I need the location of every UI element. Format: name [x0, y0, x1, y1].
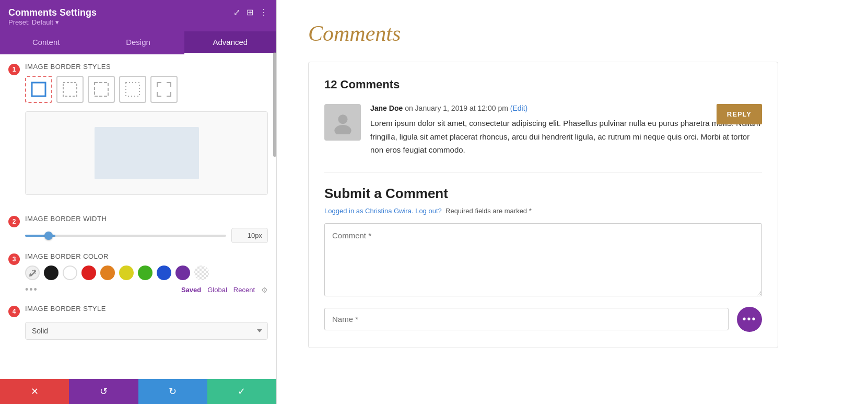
- action-bar: ✕ ↺ ↻ ✓: [0, 379, 276, 404]
- comment-date: on January 1, 2019 at 12:00 pm: [405, 104, 508, 112]
- swatch-striped[interactable]: [194, 266, 209, 280]
- logged-in-link[interactable]: Logged in as Christina Gwira. Log out?: [324, 207, 443, 215]
- border-styles-section: 1 Image Border Styles: [8, 63, 268, 205]
- panel-title: Comments Settings: [8, 7, 97, 18]
- floating-action-button[interactable]: •••: [737, 307, 762, 332]
- comment-edit-link[interactable]: (Edit): [510, 104, 527, 112]
- swatch-white[interactable]: [63, 266, 77, 280]
- svg-rect-1: [63, 83, 77, 96]
- section-number-4: 4: [8, 306, 20, 317]
- comment-item: Jane Doe on January 1, 2019 at 12:00 pm …: [324, 104, 762, 157]
- comment-author: Jane Doe: [370, 104, 403, 112]
- expand-icon[interactable]: ⤢: [233, 7, 240, 17]
- layout-icon[interactable]: ⊞: [247, 7, 253, 17]
- section-number-1: 1: [8, 64, 20, 75]
- preview-image: [95, 127, 199, 179]
- color-tab-recent[interactable]: Recent: [233, 286, 255, 294]
- redo-button[interactable]: ↻: [138, 379, 207, 404]
- name-input[interactable]: [324, 308, 729, 330]
- border-width-section: 2 Image Border Width 10px: [8, 215, 268, 243]
- submit-comment-section: Submit a Comment Logged in as Christina …: [324, 172, 762, 332]
- color-tab-global[interactable]: Global: [207, 286, 227, 294]
- color-dots: •••: [25, 284, 38, 295]
- svg-rect-2: [95, 83, 108, 96]
- border-style-dotted[interactable]: [119, 76, 146, 103]
- comment-textarea[interactable]: [324, 223, 762, 296]
- comments-count: 12 Comments: [324, 78, 762, 91]
- swatch-purple[interactable]: [175, 266, 190, 280]
- border-styles-body: Image Border Styles: [25, 63, 268, 205]
- more-icon[interactable]: ⋮: [260, 7, 268, 17]
- svg-rect-0: [32, 83, 45, 96]
- comment-avatar: [324, 104, 361, 141]
- swatch-blue[interactable]: [157, 266, 171, 280]
- scrollbar[interactable]: [273, 52, 276, 157]
- undo-button[interactable]: ↺: [69, 379, 138, 404]
- border-preview-box: [25, 111, 268, 195]
- border-style-label: Image Border Style: [25, 305, 268, 313]
- border-style-body: Image Border Style Solid Dashed Dotted D…: [25, 305, 268, 340]
- swatch-orange[interactable]: [100, 266, 115, 280]
- section-number-3: 3: [8, 253, 20, 265]
- comment-text: Lorem ipsum dolor sit amet, consectetur …: [370, 117, 762, 157]
- eyedropper-swatch[interactable]: [25, 266, 40, 280]
- swatch-green[interactable]: [138, 266, 153, 280]
- comment-name-row: •••: [324, 307, 762, 332]
- border-color-label: Image Border Color: [25, 252, 268, 260]
- border-styles-label: Image Border Styles: [25, 63, 268, 71]
- color-swatches: [25, 266, 268, 280]
- border-width-value: 10px: [231, 228, 268, 243]
- border-width-slider[interactable]: [25, 235, 226, 237]
- color-tab-saved[interactable]: Saved: [181, 286, 201, 294]
- panel-header: Comments Settings Preset: Default ▾ ⤢ ⊞ …: [0, 0, 276, 31]
- panel-preset[interactable]: Preset: Default ▾: [8, 18, 97, 26]
- border-width-label: Image Border Width: [25, 215, 268, 223]
- border-color-section: 3 Image Border Color: [8, 252, 268, 295]
- section-number-2: 2: [8, 216, 20, 227]
- preview-panel: Comments 12 Comments Jane Doe on January…: [277, 0, 868, 404]
- panel-header-icons: ⤢ ⊞ ⋮: [233, 7, 268, 17]
- required-text: Required fields are marked *: [443, 207, 531, 215]
- submit-comment-title: Submit a Comment: [324, 186, 762, 202]
- border-width-slider-row: 10px: [25, 228, 268, 243]
- border-color-body: Image Border Color •••: [25, 252, 268, 295]
- settings-panel: Comments Settings Preset: Default ▾ ⤢ ⊞ …: [0, 0, 277, 404]
- reply-button[interactable]: REPLY: [717, 104, 762, 124]
- swatch-yellow[interactable]: [119, 266, 134, 280]
- comment-body: Jane Doe on January 1, 2019 at 12:00 pm …: [370, 104, 762, 157]
- tab-advanced[interactable]: Advanced: [184, 31, 276, 54]
- color-settings-icon[interactable]: ⚙: [261, 286, 268, 294]
- svg-point-4: [338, 114, 347, 124]
- panel-content: 1 Image Border Styles: [0, 54, 276, 379]
- border-style-solid[interactable]: [25, 76, 52, 103]
- submit-comment-meta: Logged in as Christina Gwira. Log out? R…: [324, 207, 762, 215]
- svg-rect-3: [126, 83, 139, 96]
- border-styles-row: [25, 76, 268, 103]
- swatch-red[interactable]: [81, 266, 96, 280]
- border-style-dashed[interactable]: [88, 76, 115, 103]
- swatch-black[interactable]: [44, 266, 58, 280]
- color-tabs-row: ••• Saved Global Recent ⚙: [25, 284, 268, 295]
- tabs-bar: Content Design Advanced: [0, 31, 276, 54]
- border-style-corner[interactable]: [150, 76, 178, 103]
- page-title: Comments: [308, 21, 837, 46]
- save-button[interactable]: ✓: [207, 379, 276, 404]
- border-style-dashed-light[interactable]: [56, 76, 84, 103]
- comments-container: 12 Comments Jane Doe on January 1, 2019 …: [308, 62, 778, 348]
- svg-point-5: [334, 125, 351, 134]
- cancel-button[interactable]: ✕: [0, 379, 69, 404]
- tab-content[interactable]: Content: [0, 31, 92, 54]
- color-tab-links: Saved Global Recent ⚙: [181, 286, 268, 294]
- comment-meta: Jane Doe on January 1, 2019 at 12:00 pm …: [370, 104, 762, 112]
- tab-design[interactable]: Design: [92, 31, 184, 54]
- border-style-select[interactable]: Solid Dashed Dotted Double Groove: [25, 322, 268, 340]
- border-width-body: Image Border Width 10px: [25, 215, 268, 243]
- border-style-section: 4 Image Border Style Solid Dashed Dotted…: [8, 305, 268, 340]
